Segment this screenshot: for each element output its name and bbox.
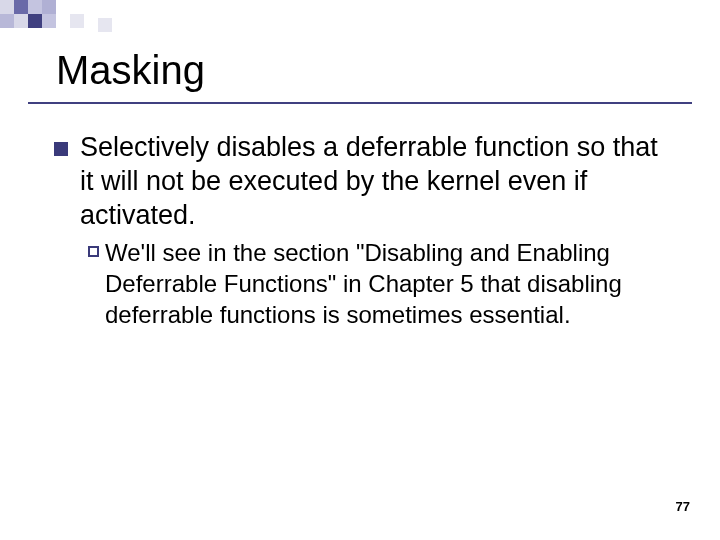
bullet-level1: Selectively disables a deferrable functi… xyxy=(54,131,672,232)
hollow-square-bullet-icon xyxy=(88,246,99,257)
page-number: 77 xyxy=(676,499,690,514)
title-underline xyxy=(28,102,692,104)
slide-content: Selectively disables a deferrable functi… xyxy=(54,131,672,330)
bullet-level2: We'll see in the section "Disabling and … xyxy=(88,238,672,330)
slide: Masking Selectively disables a deferrabl… xyxy=(0,0,720,540)
bullet-text: Selectively disables a deferrable functi… xyxy=(80,131,672,232)
slide-title: Masking xyxy=(56,48,672,93)
square-bullet-icon xyxy=(54,142,68,156)
subbullet-text: We'll see in the section "Disabling and … xyxy=(105,238,672,330)
